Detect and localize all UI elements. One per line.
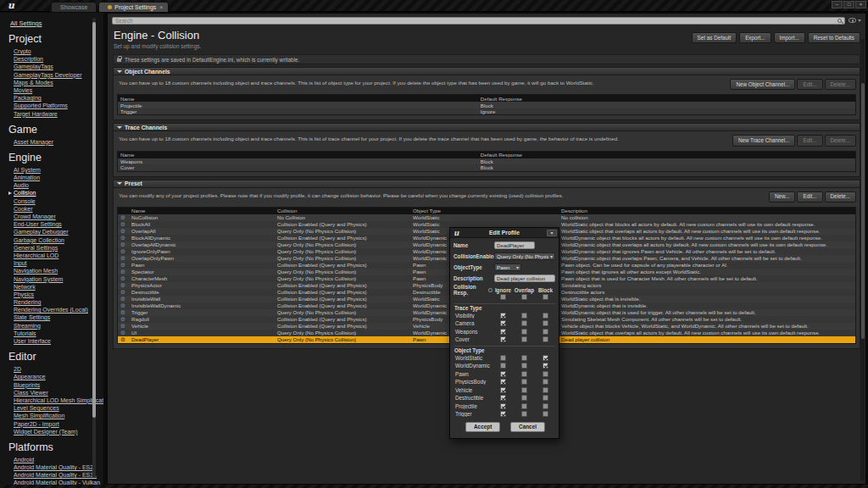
dialog-close-button[interactable]: × xyxy=(547,230,557,236)
preset-row[interactable]: NoCollision No Collision WorldStatic No … xyxy=(118,214,855,221)
sidebar-item[interactable]: Streaming xyxy=(8,322,103,330)
overlap-checkbox[interactable] xyxy=(521,387,527,393)
sidebar-item[interactable]: Hierarchical LOD Mesh Simplification xyxy=(8,396,103,404)
sidebar-item[interactable]: AI System xyxy=(8,166,103,174)
table-row[interactable]: Trigger Ignore xyxy=(118,108,855,115)
overlap-checkbox[interactable] xyxy=(521,329,527,335)
main-scrollbar-thumb[interactable] xyxy=(861,83,865,339)
close-button[interactable]: × xyxy=(855,1,866,8)
sidebar-item[interactable]: Widget Designer (Team) xyxy=(8,428,103,435)
sidebar-item[interactable]: Level Sequences xyxy=(8,404,103,412)
sidebar-item[interactable]: Description xyxy=(8,55,103,63)
sidebar-item[interactable]: Rendering Overrides (Local) xyxy=(8,306,103,313)
sidebar-item[interactable]: General Settings xyxy=(8,244,103,252)
sidebar-item[interactable]: Garbage Collection xyxy=(8,236,103,244)
trace-channels-header[interactable]: Trace Channels xyxy=(113,123,860,131)
sidebar-item[interactable]: Cooker xyxy=(8,205,103,213)
ignore-checkbox[interactable] xyxy=(500,403,506,409)
minimize-button[interactable]: – xyxy=(832,1,843,8)
edit-preset-button[interactable]: Edit... xyxy=(797,191,822,202)
ignore-checkbox[interactable] xyxy=(500,387,506,393)
header-button[interactable]: Export... xyxy=(739,32,771,43)
delete-preset-button[interactable]: Delete... xyxy=(825,191,856,202)
sidebar-item[interactable]: Android Material Quality - ES2 xyxy=(8,463,103,471)
object-channels-header[interactable]: Object Channels xyxy=(113,67,860,75)
edit-object-channel-button[interactable]: Edit... xyxy=(797,79,822,90)
sidebar-item[interactable]: GameplayTags xyxy=(8,63,103,70)
ignore-checkbox[interactable] xyxy=(500,371,506,377)
tab-project-settings[interactable]: Project Settings × xyxy=(98,2,169,12)
sidebar-item[interactable]: Paper2D - Import xyxy=(8,420,103,428)
cancel-button[interactable]: Cancel xyxy=(510,422,545,432)
sidebar-item[interactable]: Network xyxy=(8,283,103,291)
edit-trace-channel-button[interactable]: Edit... xyxy=(797,135,822,146)
tab-close-icon[interactable]: × xyxy=(159,4,164,10)
header-button[interactable]: Import... xyxy=(774,32,805,43)
all-ignore-checkbox[interactable] xyxy=(500,294,506,300)
name-input[interactable]: DeadPlayer xyxy=(494,241,535,249)
sidebar-item[interactable]: Animation xyxy=(8,174,103,181)
ignore-checkbox[interactable] xyxy=(500,379,506,385)
sidebar-item[interactable]: Android Material Quality - ES31 xyxy=(8,471,103,479)
sidebar-item[interactable]: Target Hardware xyxy=(8,110,103,118)
overlap-checkbox[interactable] xyxy=(521,371,527,377)
new-object-channel-button[interactable]: New Object Channel... xyxy=(730,79,795,90)
sidebar-item[interactable]: Input xyxy=(8,259,103,267)
new-trace-channel-button[interactable]: New Trace Channel... xyxy=(732,135,796,146)
block-checkbox[interactable] xyxy=(542,403,548,409)
sidebar-item[interactable]: Asset Manager xyxy=(8,138,103,146)
overlap-checkbox[interactable] xyxy=(521,363,527,369)
table-row[interactable]: Weapons Block xyxy=(118,158,855,165)
overlap-checkbox[interactable] xyxy=(521,355,527,361)
sidebar-item[interactable]: Android xyxy=(8,456,103,463)
overlap-checkbox[interactable] xyxy=(521,313,527,319)
sidebar-item[interactable]: Gameplay Debugger xyxy=(8,228,103,236)
description-input[interactable]: Dead player collision xyxy=(494,274,555,282)
table-row[interactable]: Projectile Block xyxy=(118,102,855,108)
sidebar-item[interactable]: Supported Platforms xyxy=(8,102,103,109)
search-input[interactable] xyxy=(115,18,837,24)
new-preset-button[interactable]: New... xyxy=(769,191,796,202)
sidebar-item[interactable]: 2D xyxy=(8,365,103,373)
ignore-checkbox[interactable] xyxy=(500,329,506,335)
preset-header[interactable]: Preset xyxy=(113,180,860,188)
block-checkbox[interactable] xyxy=(542,355,548,361)
maximize-button[interactable]: □ xyxy=(843,1,854,8)
sidebar-item[interactable]: Maps & Modes xyxy=(8,79,103,86)
sidebar-item-all-settings[interactable]: All Settings xyxy=(10,19,103,27)
tab-showcase[interactable]: Showcase xyxy=(51,2,97,12)
sidebar-item[interactable]: GameplayTags Developer xyxy=(8,71,103,79)
block-checkbox[interactable] xyxy=(542,313,548,319)
overlap-checkbox[interactable] xyxy=(521,411,527,417)
sidebar-item[interactable]: Rendering xyxy=(8,298,103,306)
view-options-button[interactable] xyxy=(849,18,861,23)
sidebar-item[interactable]: Slate Settings xyxy=(8,313,103,321)
overlap-checkbox[interactable] xyxy=(521,403,527,409)
sidebar-item[interactable]: Blueprints xyxy=(8,381,103,389)
sidebar-item[interactable]: Collision xyxy=(8,189,103,197)
delete-trace-channel-button[interactable]: Delete... xyxy=(825,135,856,146)
overlap-checkbox[interactable] xyxy=(521,395,527,401)
ignore-checkbox[interactable] xyxy=(500,355,506,361)
block-checkbox[interactable] xyxy=(542,320,548,326)
block-checkbox[interactable] xyxy=(542,387,548,393)
block-checkbox[interactable] xyxy=(542,336,548,342)
dialog-titlebar[interactable]: u Edit Profile × xyxy=(450,228,559,238)
search-box[interactable] xyxy=(112,17,845,25)
overlap-checkbox[interactable] xyxy=(521,336,527,342)
ignore-checkbox[interactable] xyxy=(500,363,506,369)
sidebar-item[interactable]: Packaging xyxy=(8,94,103,102)
ignore-checkbox[interactable] xyxy=(500,336,506,342)
block-checkbox[interactable] xyxy=(542,379,548,385)
sidebar-item[interactable]: Navigation System xyxy=(8,275,103,283)
block-checkbox[interactable] xyxy=(542,411,548,417)
sidebar-item[interactable]: User Interface xyxy=(8,337,103,345)
block-checkbox[interactable] xyxy=(542,329,548,335)
ignore-checkbox[interactable] xyxy=(500,313,506,319)
sidebar-item[interactable]: Crypto xyxy=(8,47,103,55)
overlap-checkbox[interactable] xyxy=(521,379,527,385)
sidebar-item[interactable]: Crowd Manager xyxy=(8,213,103,220)
header-button[interactable]: Reset to Defaults xyxy=(808,32,860,43)
block-checkbox[interactable] xyxy=(542,395,548,401)
collision-enabled-dropdown[interactable]: Query Only (No Physics Collisi ▾ xyxy=(494,252,555,260)
